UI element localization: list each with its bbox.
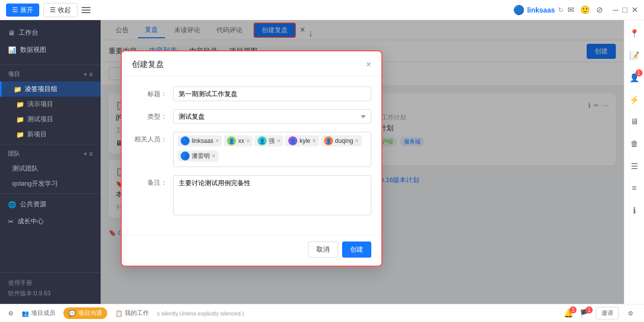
- bell-area[interactable]: 🔔 3: [564, 308, 574, 318]
- type-control: 测试复盘 产品复盘 技术复盘: [173, 109, 371, 124]
- invite-button[interactable]: 邀请: [596, 307, 619, 319]
- persons-label: 相关人员：: [132, 132, 167, 144]
- top-bar-right: ✉ 🙂 ⊘ ─ □ ✕: [568, 5, 638, 15]
- person-badge-icon[interactable]: 👤 1: [627, 70, 641, 85]
- remove-linksaas[interactable]: ×: [215, 137, 219, 144]
- tag-xx: 👤 xx ×: [224, 135, 253, 146]
- maximize-button[interactable]: □: [622, 6, 627, 15]
- remove-xx[interactable]: ×: [246, 137, 250, 144]
- type-select[interactable]: 测试复盘 产品复盘 技术复盘: [173, 109, 371, 124]
- list2-icon[interactable]: ≡: [627, 181, 641, 195]
- sidebar-item-test[interactable]: 📁 测试项目: [0, 112, 101, 127]
- sidebar-item-linqian[interactable]: 📁 凌签项目组: [0, 82, 101, 97]
- remove-panleiming[interactable]: ×: [212, 152, 215, 159]
- sidebar-item-workspace[interactable]: 🖥 工作台: [0, 24, 101, 41]
- window-controls: ─ □ ✕: [613, 5, 638, 15]
- slash-icon[interactable]: ⊘: [596, 5, 603, 15]
- avatar-linksaas: 🔵: [181, 136, 190, 145]
- tag-kyle: 👤 kyle ×: [285, 135, 318, 146]
- bottom-bar: ⚙ 👥 项目成员 💬 项目沟通 📋 我的工作 s silently.Unless…: [0, 304, 644, 322]
- data-icon: 📊: [8, 46, 16, 54]
- modal-overlay: 创建复盘 × 标题： 类型：: [101, 20, 624, 304]
- manual-link[interactable]: 使用手册: [8, 279, 93, 287]
- lightning-icon[interactable]: ⚡: [627, 93, 641, 107]
- project-section-header: 项目 + ≡: [0, 67, 101, 82]
- tools-icon: ⚙: [8, 310, 14, 317]
- list-project-icon[interactable]: ≡: [89, 71, 93, 78]
- tag-panleiming: 🔵 潘雷明 ×: [178, 150, 218, 162]
- refresh-icon[interactable]: ↻: [558, 6, 564, 14]
- location-icon[interactable]: 📍: [627, 26, 641, 40]
- type-label: 类型：: [132, 109, 167, 121]
- demo-folder-icon: 📁: [16, 101, 24, 108]
- bottom-members[interactable]: 👥 项目成员: [22, 309, 55, 317]
- top-bar: ☰ 展开 ☰ 收起 🔵 linksaas ↻ ✉ 🙂 ⊘ ─ □ ✕: [0, 0, 644, 20]
- globe-icon: 🌐: [8, 201, 16, 208]
- sidebar-item-demo[interactable]: 📁 演示项目: [0, 97, 101, 112]
- tag-qiang: 👤 强 ×: [255, 135, 283, 146]
- persons-tags-input[interactable]: 🔵 linksaas × 👤 xx ×: [173, 132, 371, 167]
- list-team-icon[interactable]: ≡: [89, 150, 93, 157]
- close-button[interactable]: ✕: [631, 5, 638, 15]
- remove-kyle[interactable]: ×: [312, 137, 316, 144]
- trash-icon[interactable]: 🗑: [627, 137, 641, 151]
- bottom-mywork[interactable]: 📋 我的工作: [115, 309, 149, 317]
- minimize-button[interactable]: ─: [613, 6, 618, 15]
- note-textarea[interactable]: 主要讨论测试用例完备性: [173, 175, 371, 215]
- sidebar-item-data[interactable]: 📊 数据视图: [0, 41, 101, 58]
- test-folder-icon: 📁: [16, 116, 24, 123]
- settings-button[interactable]: ⚙: [625, 308, 636, 319]
- team-section-header: 团队 + ≡: [0, 146, 101, 161]
- sidebar-item-growth[interactable]: ✂ 成长中心: [0, 213, 101, 230]
- workspace-icon: 🖥: [8, 29, 15, 37]
- emoji-icon[interactable]: 🙂: [580, 5, 590, 15]
- sidebar-item-test-team[interactable]: 测试团队: [0, 161, 101, 176]
- avatar-panleiming: 🔵: [181, 151, 190, 160]
- bell-badge: 3: [570, 306, 577, 313]
- top-bar-left: ☰ 展开 ☰ 收起: [6, 3, 92, 17]
- note-control: 主要讨论测试用例完备性: [173, 175, 371, 217]
- sidebar-item-golang[interactable]: qolang开发学习: [0, 176, 101, 191]
- folder-icon: 📁: [14, 86, 22, 93]
- content-wrapper: 公告 复盘 未读评论 代码评论 创建复盘 × ↓ 重要内容 内容列表 内容目录 …: [101, 20, 644, 304]
- title-control: [173, 87, 371, 101]
- expand-button[interactable]: ☰ 展开: [6, 4, 39, 17]
- expand-icon: ☰: [12, 6, 18, 14]
- bottom-scroll-text: s silently.Unless explicitly silenced.): [157, 310, 555, 317]
- persons-control: 🔵 linksaas × 👤 xx ×: [173, 132, 371, 167]
- create-review-modal: 创建复盘 × 标题： 类型：: [121, 50, 382, 267]
- avatar-xx: 👤: [227, 136, 236, 145]
- modal-body: 标题： 类型： 测试复盘 产品复盘: [122, 76, 381, 235]
- avatar-kyle: 👤: [288, 136, 297, 145]
- remove-qiang[interactable]: ×: [277, 137, 280, 144]
- collapse-button[interactable]: ☰ 收起: [43, 3, 77, 17]
- cancel-button[interactable]: 取消: [308, 242, 338, 258]
- monitor-icon[interactable]: 🖥: [627, 115, 641, 129]
- type-row: 类型： 测试复盘 产品复盘 技术复盘: [132, 109, 371, 124]
- menu-icon[interactable]: [82, 5, 92, 15]
- flag-area[interactable]: 🏴 1: [580, 308, 590, 318]
- mail-icon[interactable]: ✉: [568, 5, 574, 15]
- sidebar-top-section: 🖥 工作台 📊 数据视图: [0, 20, 101, 62]
- list-icon[interactable]: ☰: [627, 159, 641, 173]
- info-icon[interactable]: ℹ: [627, 203, 641, 217]
- members-icon: 👥: [22, 310, 29, 317]
- bottom-chat[interactable]: 💬 项目沟通: [63, 307, 107, 319]
- sidebar-item-new[interactable]: 📁 新项目: [0, 127, 101, 142]
- persons-row: 相关人员： 🔵 linksaas × 👤: [132, 132, 371, 167]
- sidebar-item-public[interactable]: 🌐 公共资源: [0, 196, 101, 213]
- sidebar-bottom: 使用手册 软件版本:0.9.63: [0, 272, 101, 304]
- add-project-icon[interactable]: +: [84, 71, 87, 78]
- modal-title: 创建复盘: [132, 59, 164, 70]
- tag-linksaas: 🔵 linksaas ×: [178, 135, 222, 146]
- avatar-qiang: 👤: [258, 136, 267, 145]
- modal-close-button[interactable]: ×: [366, 59, 371, 70]
- note-icon[interactable]: 📝: [627, 48, 641, 62]
- confirm-button[interactable]: 创建: [342, 242, 371, 258]
- title-input[interactable]: [173, 87, 371, 101]
- growth-icon: ✂: [8, 218, 14, 225]
- bottom-tools[interactable]: ⚙: [8, 310, 14, 317]
- remove-duqing[interactable]: ×: [355, 137, 359, 144]
- add-team-icon[interactable]: +: [84, 150, 87, 157]
- chat-icon: 💬: [68, 310, 76, 317]
